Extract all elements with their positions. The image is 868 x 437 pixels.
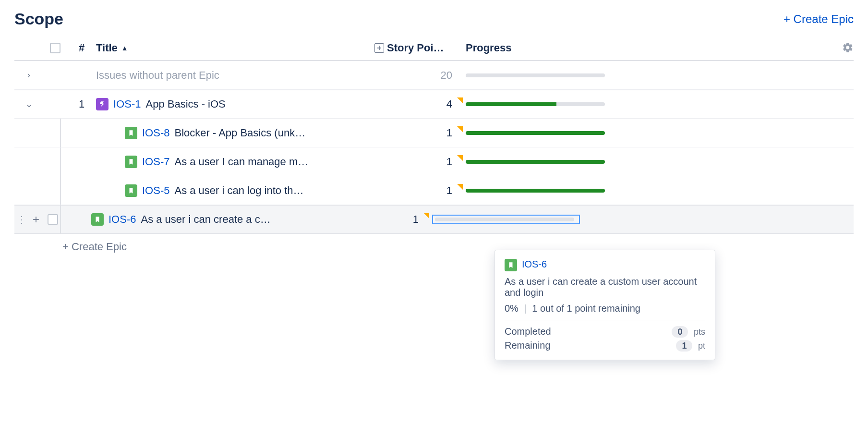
epic-icon (96, 98, 108, 110)
create-epic-button-top[interactable]: + Create Epic (784, 12, 854, 26)
progress-bar (466, 73, 605, 77)
issue-row[interactable]: IOS-5 As a user i can log into th… 1 (14, 176, 854, 205)
story-icon (91, 213, 104, 226)
epic-row[interactable]: ⌄ 1 IOS-1 App Basics - iOS 4 (14, 90, 854, 119)
group-title: Issues without parent Epic (96, 69, 219, 82)
progress-bar (435, 218, 574, 221)
issue-row-selected[interactable]: ⋮ + IOS-6 As a user i can create a c… 1 (14, 205, 854, 234)
story-points-value: 1 (446, 184, 452, 196)
row-checkbox[interactable] (48, 214, 58, 225)
flag-icon (457, 184, 463, 190)
create-epic-button-bottom[interactable]: + Create Epic (14, 234, 854, 253)
tooltip-issue-key[interactable]: IOS-6 (522, 259, 547, 263)
column-story-points[interactable]: + Story Poi… (374, 42, 466, 54)
issue-title: As a user i can create a c… (141, 213, 270, 226)
table-header: # Title ▲ + Story Poi… Progress (14, 38, 854, 61)
issue-key-link[interactable]: IOS-5 (142, 184, 169, 197)
chevron-down-icon[interactable]: ⌄ (14, 99, 43, 109)
column-progress[interactable]: Progress (466, 42, 629, 54)
progress-bar (466, 131, 605, 135)
chevron-right-icon[interactable]: › (14, 70, 43, 80)
story-icon (125, 184, 137, 197)
progress-bar (466, 102, 605, 106)
progress-bar (466, 189, 605, 193)
section-title: Scope (14, 10, 63, 28)
column-hash[interactable]: # (67, 42, 96, 54)
issue-title: Blocker - App Basics (unk… (174, 127, 305, 139)
issue-key-link[interactable]: IOS-8 (142, 127, 169, 139)
issue-row[interactable]: IOS-8 Blocker - App Basics (unk… 1 (14, 119, 854, 147)
column-story-points-label: Story Poi… (387, 42, 444, 54)
progress-selected-box[interactable] (432, 215, 580, 224)
plus-box-icon: + (374, 43, 384, 53)
column-title-label: Title (96, 42, 118, 54)
flag-icon (457, 97, 463, 103)
issue-key-link[interactable]: IOS-7 (142, 156, 169, 168)
issue-title: As a user i can log into th… (174, 184, 303, 197)
story-points-value: 1 (446, 156, 452, 168)
sort-asc-icon: ▲ (121, 44, 128, 52)
progress-tooltip: IOS-6 As a user i can create a custom us… (494, 250, 715, 263)
story-points-value: 20 (441, 69, 452, 81)
flag-icon (457, 126, 463, 132)
column-title[interactable]: Title ▲ (96, 42, 374, 54)
story-points-value: 1 (413, 213, 419, 225)
issue-key-link[interactable]: IOS-6 (108, 213, 136, 226)
story-points-value: 1 (446, 127, 452, 139)
select-all-checkbox[interactable] (50, 43, 60, 53)
issue-title: App Basics - iOS (145, 98, 225, 110)
issue-title: As a user I can manage m… (174, 156, 308, 168)
drag-handle-icon[interactable]: ⋮ (14, 214, 29, 225)
story-points-value: 4 (446, 98, 452, 110)
story-icon (125, 156, 137, 168)
progress-bar (466, 160, 605, 164)
story-icon (125, 127, 137, 139)
add-child-button[interactable]: + (29, 213, 43, 226)
flag-icon (423, 213, 429, 218)
issue-key-link[interactable]: IOS-1 (113, 98, 141, 110)
issue-row[interactable]: IOS-7 As a user I can manage m… 1 (14, 147, 854, 176)
story-icon (505, 259, 517, 263)
group-row-no-epic[interactable]: › Issues without parent Epic 20 (14, 61, 854, 90)
row-number: 1 (67, 98, 96, 110)
flag-icon (457, 155, 463, 161)
settings-gear-icon[interactable] (842, 42, 854, 56)
